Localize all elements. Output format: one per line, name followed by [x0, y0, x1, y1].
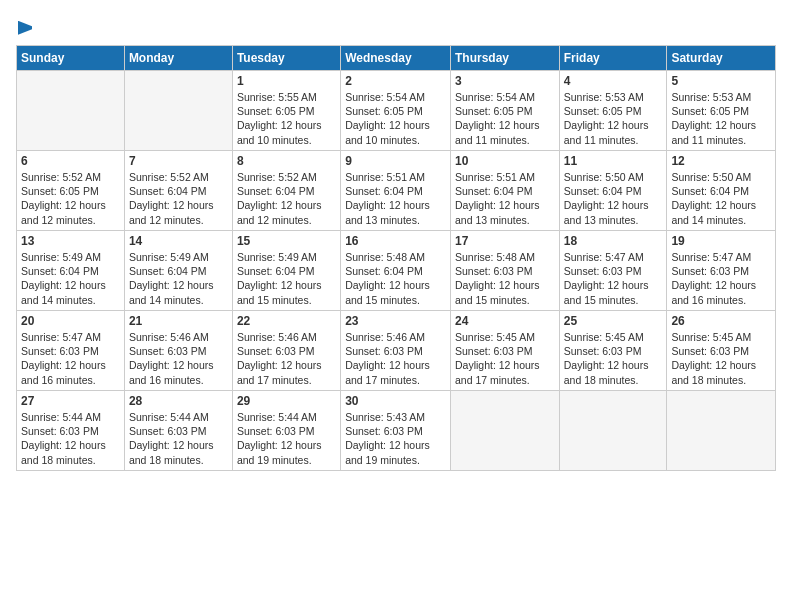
logo-icon	[18, 21, 32, 35]
day-number: 11	[564, 154, 663, 168]
day-info: Sunrise: 5:53 AM Sunset: 6:05 PM Dayligh…	[671, 90, 771, 147]
calendar-cell: 24Sunrise: 5:45 AM Sunset: 6:03 PM Dayli…	[450, 311, 559, 391]
calendar-cell	[450, 391, 559, 471]
day-info: Sunrise: 5:43 AM Sunset: 6:03 PM Dayligh…	[345, 410, 446, 467]
calendar-cell: 25Sunrise: 5:45 AM Sunset: 6:03 PM Dayli…	[559, 311, 667, 391]
calendar-cell	[124, 71, 232, 151]
day-info: Sunrise: 5:47 AM Sunset: 6:03 PM Dayligh…	[671, 250, 771, 307]
weekday-header-saturday: Saturday	[667, 46, 776, 71]
day-info: Sunrise: 5:51 AM Sunset: 6:04 PM Dayligh…	[455, 170, 555, 227]
calendar-cell: 30Sunrise: 5:43 AM Sunset: 6:03 PM Dayli…	[341, 391, 451, 471]
calendar-cell: 4Sunrise: 5:53 AM Sunset: 6:05 PM Daylig…	[559, 71, 667, 151]
header	[16, 16, 776, 37]
calendar-cell: 11Sunrise: 5:50 AM Sunset: 6:04 PM Dayli…	[559, 151, 667, 231]
calendar-cell: 28Sunrise: 5:44 AM Sunset: 6:03 PM Dayli…	[124, 391, 232, 471]
day-number: 6	[21, 154, 120, 168]
day-number: 29	[237, 394, 336, 408]
day-number: 20	[21, 314, 120, 328]
day-info: Sunrise: 5:46 AM Sunset: 6:03 PM Dayligh…	[129, 330, 228, 387]
calendar-cell: 6Sunrise: 5:52 AM Sunset: 6:05 PM Daylig…	[17, 151, 125, 231]
day-number: 14	[129, 234, 228, 248]
day-info: Sunrise: 5:49 AM Sunset: 6:04 PM Dayligh…	[237, 250, 336, 307]
day-info: Sunrise: 5:47 AM Sunset: 6:03 PM Dayligh…	[564, 250, 663, 307]
logo	[16, 16, 32, 37]
day-number: 13	[21, 234, 120, 248]
day-number: 22	[237, 314, 336, 328]
day-info: Sunrise: 5:51 AM Sunset: 6:04 PM Dayligh…	[345, 170, 446, 227]
calendar-cell: 3Sunrise: 5:54 AM Sunset: 6:05 PM Daylig…	[450, 71, 559, 151]
day-info: Sunrise: 5:46 AM Sunset: 6:03 PM Dayligh…	[237, 330, 336, 387]
weekday-header-thursday: Thursday	[450, 46, 559, 71]
day-number: 26	[671, 314, 771, 328]
calendar-cell: 13Sunrise: 5:49 AM Sunset: 6:04 PM Dayli…	[17, 231, 125, 311]
calendar-cell: 2Sunrise: 5:54 AM Sunset: 6:05 PM Daylig…	[341, 71, 451, 151]
day-number: 19	[671, 234, 771, 248]
calendar-cell: 16Sunrise: 5:48 AM Sunset: 6:04 PM Dayli…	[341, 231, 451, 311]
calendar-cell: 26Sunrise: 5:45 AM Sunset: 6:03 PM Dayli…	[667, 311, 776, 391]
day-info: Sunrise: 5:48 AM Sunset: 6:04 PM Dayligh…	[345, 250, 446, 307]
calendar-cell: 7Sunrise: 5:52 AM Sunset: 6:04 PM Daylig…	[124, 151, 232, 231]
day-info: Sunrise: 5:52 AM Sunset: 6:04 PM Dayligh…	[237, 170, 336, 227]
day-number: 9	[345, 154, 446, 168]
calendar-cell: 9Sunrise: 5:51 AM Sunset: 6:04 PM Daylig…	[341, 151, 451, 231]
weekday-header-sunday: Sunday	[17, 46, 125, 71]
calendar-cell: 22Sunrise: 5:46 AM Sunset: 6:03 PM Dayli…	[232, 311, 340, 391]
day-number: 23	[345, 314, 446, 328]
day-number: 10	[455, 154, 555, 168]
calendar-cell: 29Sunrise: 5:44 AM Sunset: 6:03 PM Dayli…	[232, 391, 340, 471]
day-number: 4	[564, 74, 663, 88]
calendar-cell: 10Sunrise: 5:51 AM Sunset: 6:04 PM Dayli…	[450, 151, 559, 231]
calendar-cell: 19Sunrise: 5:47 AM Sunset: 6:03 PM Dayli…	[667, 231, 776, 311]
calendar-cell: 5Sunrise: 5:53 AM Sunset: 6:05 PM Daylig…	[667, 71, 776, 151]
day-number: 16	[345, 234, 446, 248]
day-info: Sunrise: 5:45 AM Sunset: 6:03 PM Dayligh…	[671, 330, 771, 387]
calendar-cell: 21Sunrise: 5:46 AM Sunset: 6:03 PM Dayli…	[124, 311, 232, 391]
day-number: 27	[21, 394, 120, 408]
day-info: Sunrise: 5:54 AM Sunset: 6:05 PM Dayligh…	[345, 90, 446, 147]
calendar-cell: 20Sunrise: 5:47 AM Sunset: 6:03 PM Dayli…	[17, 311, 125, 391]
calendar-cell: 27Sunrise: 5:44 AM Sunset: 6:03 PM Dayli…	[17, 391, 125, 471]
day-info: Sunrise: 5:44 AM Sunset: 6:03 PM Dayligh…	[21, 410, 120, 467]
day-info: Sunrise: 5:50 AM Sunset: 6:04 PM Dayligh…	[671, 170, 771, 227]
calendar-cell: 1Sunrise: 5:55 AM Sunset: 6:05 PM Daylig…	[232, 71, 340, 151]
day-info: Sunrise: 5:53 AM Sunset: 6:05 PM Dayligh…	[564, 90, 663, 147]
week-row-2: 6Sunrise: 5:52 AM Sunset: 6:05 PM Daylig…	[17, 151, 776, 231]
calendar-cell	[17, 71, 125, 151]
day-info: Sunrise: 5:48 AM Sunset: 6:03 PM Dayligh…	[455, 250, 555, 307]
calendar-cell: 15Sunrise: 5:49 AM Sunset: 6:04 PM Dayli…	[232, 231, 340, 311]
day-info: Sunrise: 5:52 AM Sunset: 6:05 PM Dayligh…	[21, 170, 120, 227]
weekday-header-monday: Monday	[124, 46, 232, 71]
week-row-4: 20Sunrise: 5:47 AM Sunset: 6:03 PM Dayli…	[17, 311, 776, 391]
day-info: Sunrise: 5:47 AM Sunset: 6:03 PM Dayligh…	[21, 330, 120, 387]
day-info: Sunrise: 5:54 AM Sunset: 6:05 PM Dayligh…	[455, 90, 555, 147]
day-number: 30	[345, 394, 446, 408]
day-info: Sunrise: 5:49 AM Sunset: 6:04 PM Dayligh…	[129, 250, 228, 307]
calendar-cell	[667, 391, 776, 471]
weekday-header-tuesday: Tuesday	[232, 46, 340, 71]
calendar-cell	[559, 391, 667, 471]
logo-line1	[16, 16, 32, 37]
calendar: SundayMondayTuesdayWednesdayThursdayFrid…	[16, 45, 776, 471]
day-info: Sunrise: 5:44 AM Sunset: 6:03 PM Dayligh…	[129, 410, 228, 467]
day-number: 3	[455, 74, 555, 88]
day-number: 21	[129, 314, 228, 328]
day-info: Sunrise: 5:44 AM Sunset: 6:03 PM Dayligh…	[237, 410, 336, 467]
day-info: Sunrise: 5:49 AM Sunset: 6:04 PM Dayligh…	[21, 250, 120, 307]
week-row-1: 1Sunrise: 5:55 AM Sunset: 6:05 PM Daylig…	[17, 71, 776, 151]
week-row-5: 27Sunrise: 5:44 AM Sunset: 6:03 PM Dayli…	[17, 391, 776, 471]
calendar-cell: 8Sunrise: 5:52 AM Sunset: 6:04 PM Daylig…	[232, 151, 340, 231]
day-number: 1	[237, 74, 336, 88]
day-info: Sunrise: 5:52 AM Sunset: 6:04 PM Dayligh…	[129, 170, 228, 227]
calendar-cell: 23Sunrise: 5:46 AM Sunset: 6:03 PM Dayli…	[341, 311, 451, 391]
day-number: 8	[237, 154, 336, 168]
day-number: 15	[237, 234, 336, 248]
day-info: Sunrise: 5:55 AM Sunset: 6:05 PM Dayligh…	[237, 90, 336, 147]
day-number: 18	[564, 234, 663, 248]
calendar-cell: 17Sunrise: 5:48 AM Sunset: 6:03 PM Dayli…	[450, 231, 559, 311]
weekday-header-friday: Friday	[559, 46, 667, 71]
day-info: Sunrise: 5:50 AM Sunset: 6:04 PM Dayligh…	[564, 170, 663, 227]
week-row-3: 13Sunrise: 5:49 AM Sunset: 6:04 PM Dayli…	[17, 231, 776, 311]
day-number: 17	[455, 234, 555, 248]
day-number: 28	[129, 394, 228, 408]
day-number: 25	[564, 314, 663, 328]
